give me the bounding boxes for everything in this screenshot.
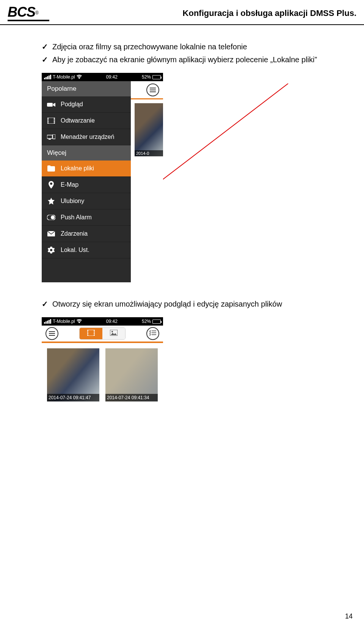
- menu-item-local-settings[interactable]: Lokal. Ust.: [42, 242, 131, 258]
- checklist-icon: [149, 330, 156, 337]
- menu-label: Menadżer urządzeń: [61, 134, 114, 140]
- tab-photos[interactable]: [102, 328, 125, 339]
- film-icon: [47, 117, 55, 124]
- thumbnails-row: 2014-07-24 09:41:47 2014-07-24 09:41:34: [42, 343, 163, 407]
- signal-icon: [44, 319, 51, 324]
- devices-icon: [47, 134, 55, 140]
- menu-label: Push Alarm: [61, 214, 92, 221]
- carrier-label: T-Mobile.pl: [53, 319, 75, 324]
- svg-rect-12: [47, 135, 52, 139]
- gallery-topbar: [42, 326, 163, 343]
- menu-item-device-manager[interactable]: Menadżer urządzeń: [42, 129, 131, 145]
- push-icon: [47, 214, 55, 221]
- logo-text: BCS: [8, 4, 35, 20]
- wifi-icon: [77, 319, 82, 324]
- gear-icon: [47, 247, 55, 253]
- svg-rect-24: [94, 332, 94, 332]
- signal-icon: [44, 75, 51, 79]
- svg-rect-8: [54, 118, 55, 119]
- menu-section-popular: Popolarne: [42, 81, 131, 96]
- battery-icon: [152, 320, 161, 324]
- svg-rect-19: [88, 330, 88, 331]
- hamburger-button[interactable]: [146, 83, 159, 96]
- svg-rect-4: [48, 118, 49, 119]
- svg-rect-6: [48, 121, 49, 122]
- bullet-list-top: Zdjęcia oraz filmy są przechowywane loka…: [42, 40, 334, 66]
- battery-percent: 52%: [142, 319, 151, 324]
- page-number: 14: [345, 612, 353, 620]
- menu-button[interactable]: [46, 327, 58, 340]
- thumbnail-timestamp: 2014-07-24 09:41:34: [105, 394, 158, 401]
- view-segment: [79, 327, 126, 340]
- svg-rect-9: [54, 120, 55, 120]
- thumbnail[interactable]: 2014-07-24 09:41:47: [47, 348, 99, 401]
- svg-point-28: [111, 331, 113, 332]
- doc-title: Konfiguracja i obsługa aplikacji DMSS Pl…: [183, 8, 356, 18]
- svg-rect-11: [54, 123, 55, 123]
- phone-screenshot-menu: T-Mobile.pl 09:42 52% Popolarne Podgląd: [42, 73, 163, 282]
- menu-item-local-files[interactable]: Lokalne pliki: [42, 161, 131, 177]
- svg-rect-23: [94, 330, 94, 331]
- menu-label: Lokalne pliki: [61, 165, 94, 172]
- svg-rect-26: [94, 335, 94, 335]
- bullet-item: Aby je zobaczyć na ekranie głównym aplik…: [42, 53, 334, 66]
- thumbnail-timestamp: 2014-0: [135, 150, 163, 156]
- page-content: Zdjęcia oraz filmy są przechowywane loka…: [0, 25, 364, 513]
- bullet-item: Otworzy się ekran umożliwiający podgląd …: [42, 297, 334, 310]
- menu-section-more: Więcej: [42, 145, 131, 161]
- page-header: BCS® Konfiguracja i obsługa aplikacji DM…: [0, 0, 364, 25]
- menu-item-events[interactable]: Zdarzenia: [42, 226, 131, 242]
- svg-rect-14: [53, 134, 55, 139]
- camera-icon: [47, 101, 55, 108]
- menu-item-favorite[interactable]: Ulubiony: [42, 193, 131, 209]
- battery-icon: [152, 75, 161, 79]
- bullet-item: Zdjęcia oraz filmy są przechowywane loka…: [42, 40, 334, 53]
- phone-screenshot-gallery: T-Mobile.pl 09:42 52%: [42, 317, 163, 505]
- select-button[interactable]: [146, 327, 159, 340]
- menu-label: Zdarzenia: [61, 230, 88, 237]
- menu-item-playback[interactable]: Odtwarzanie: [42, 113, 131, 129]
- menu-item-preview[interactable]: Podgląd: [42, 96, 131, 113]
- tab-videos[interactable]: [80, 328, 102, 339]
- side-menu: Popolarne Podgląd Odtwarzanie: [42, 81, 131, 282]
- menu-label: Lokal. Ust.: [61, 247, 89, 253]
- bullet-list-bottom: Otworzy się ekran umożliwiający podgląd …: [42, 297, 334, 310]
- svg-rect-13: [49, 139, 51, 140]
- logo: BCS®: [8, 5, 49, 21]
- menu-label: Ulubiony: [61, 198, 84, 205]
- svg-rect-20: [88, 332, 88, 332]
- svg-rect-22: [88, 335, 88, 335]
- svg-rect-25: [94, 333, 94, 334]
- thumbnail-timestamp: 2014-07-24 09:41:47: [47, 394, 99, 401]
- wifi-icon: [77, 74, 82, 80]
- svg-rect-21: [88, 333, 88, 334]
- thumbnail-peek: 2014-0: [135, 103, 163, 156]
- image-icon: [110, 330, 118, 337]
- status-bar: T-Mobile.pl 09:42 52%: [42, 73, 163, 81]
- battery-percent: 52%: [142, 74, 151, 80]
- carrier-label: T-Mobile.pl: [53, 74, 75, 80]
- svg-rect-10: [54, 121, 55, 122]
- menu-label: E-Map: [61, 181, 78, 188]
- map-pin-icon: [47, 181, 55, 188]
- svg-rect-7: [48, 123, 49, 123]
- status-bar: T-Mobile.pl 09:42 52%: [42, 317, 163, 326]
- menu-label: Odtwarzanie: [61, 117, 95, 124]
- thumbnail[interactable]: 2014-07-24 09:41:34: [105, 348, 158, 401]
- svg-point-16: [51, 216, 55, 219]
- svg-rect-5: [48, 120, 49, 120]
- underlying-screen: 2014-0: [131, 81, 163, 282]
- status-time: 09:42: [106, 74, 118, 80]
- status-time: 09:42: [106, 319, 118, 324]
- logo-registered: ®: [35, 10, 39, 16]
- menu-label: Podgląd: [61, 101, 83, 108]
- star-icon: [47, 198, 55, 205]
- film-icon: [87, 330, 95, 337]
- mail-icon: [47, 230, 55, 237]
- folder-icon: [47, 165, 55, 172]
- menu-item-emap[interactable]: E-Map: [42, 177, 131, 193]
- menu-item-push-alarm[interactable]: Push Alarm: [42, 209, 131, 226]
